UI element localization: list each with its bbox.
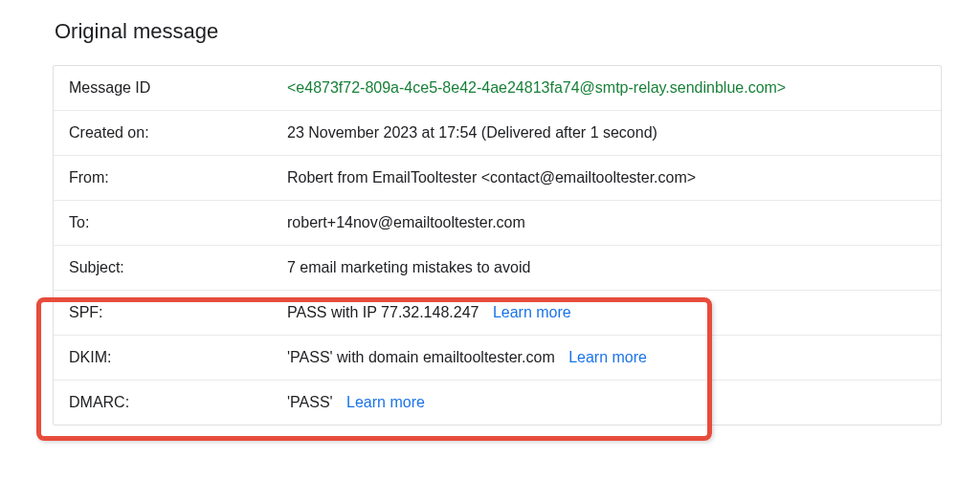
value-dmarc-text: 'PASS' — [287, 394, 333, 410]
row-message-id: Message ID <e4873f72-809a-4ce5-8e42-4ae2… — [54, 66, 941, 111]
row-dkim: DKIM: 'PASS' with domain emailtooltester… — [54, 336, 941, 381]
row-spf: SPF: PASS with IP 77.32.148.247 Learn mo… — [54, 291, 941, 336]
value-dkim: 'PASS' with domain emailtooltester.com L… — [287, 349, 647, 366]
label-message-id: Message ID — [69, 79, 287, 97]
message-headers-table: Message ID <e4873f72-809a-4ce5-8e42-4ae2… — [53, 65, 942, 425]
value-subject: 7 email marketing mistakes to avoid — [287, 259, 530, 276]
value-message-id: <e4873f72-809a-4ce5-8e42-4ae24813fa74@sm… — [287, 79, 786, 97]
value-dkim-text: 'PASS' with domain emailtooltester.com — [287, 349, 555, 365]
label-dkim: DKIM: — [69, 349, 287, 366]
label-created-on: Created on: — [69, 124, 287, 142]
learn-more-link-dkim[interactable]: Learn more — [568, 349, 647, 365]
value-dmarc: 'PASS' Learn more — [287, 394, 425, 411]
label-spf: SPF: — [69, 304, 287, 321]
learn-more-link-dmarc[interactable]: Learn more — [346, 394, 425, 410]
label-to: To: — [69, 214, 287, 231]
row-to: To: robert+14nov@emailtooltester.com — [54, 201, 941, 246]
row-dmarc: DMARC: 'PASS' Learn more — [54, 381, 941, 425]
value-spf: PASS with IP 77.32.148.247 Learn more — [287, 304, 571, 321]
value-spf-text: PASS with IP 77.32.148.247 — [287, 304, 479, 320]
learn-more-link-spf[interactable]: Learn more — [493, 304, 571, 320]
label-dmarc: DMARC: — [69, 394, 287, 411]
label-from: From: — [69, 169, 287, 186]
page-title: Original message — [55, 19, 942, 44]
row-created-on: Created on: 23 November 2023 at 17:54 (D… — [54, 111, 941, 156]
label-subject: Subject: — [69, 259, 287, 276]
value-to: robert+14nov@emailtooltester.com — [287, 214, 525, 231]
row-subject: Subject: 7 email marketing mistakes to a… — [54, 246, 941, 291]
row-from: From: Robert from EmailTooltester <conta… — [54, 156, 941, 201]
value-from: Robert from EmailTooltester <contact@ema… — [287, 169, 696, 186]
value-created-on: 23 November 2023 at 17:54 (Delivered aft… — [287, 124, 657, 142]
